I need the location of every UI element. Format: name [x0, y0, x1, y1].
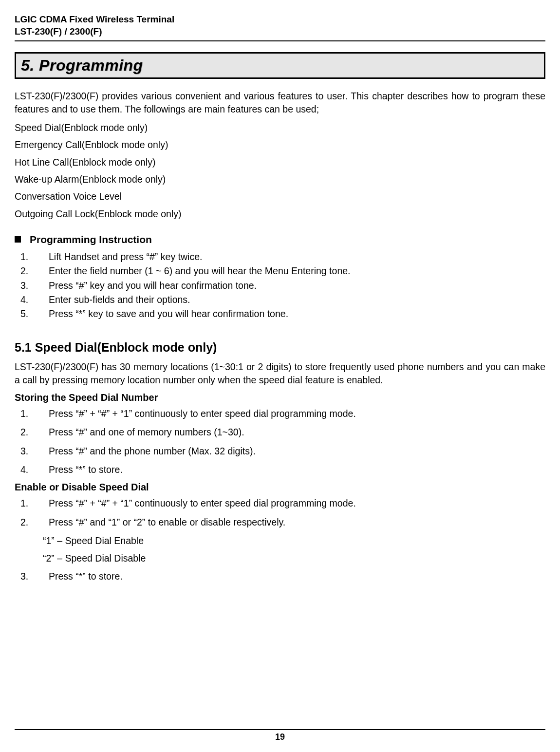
list-text: Press “*” to store.	[37, 463, 545, 476]
programming-instruction-heading-row: Programming Instruction	[15, 234, 545, 245]
list-number: 1.	[15, 497, 37, 509]
enable-disable-heading: Enable or Disable Speed Dial	[15, 482, 545, 493]
list-item: 1. Press “#” + “#” + “1” continuously to…	[15, 497, 545, 509]
intro-paragraph: LST-230(F)/2300(F) provides various conv…	[15, 90, 545, 115]
list-text: Press “#” and “1” or “2” to enable or di…	[37, 516, 545, 528]
section-title: 5. Programming	[21, 56, 539, 75]
list-text: Enter sub-fields and their options.	[37, 293, 545, 306]
list-number: 2.	[15, 264, 37, 277]
list-number: 4.	[15, 293, 37, 306]
storing-heading: Storing the Speed Dial Number	[15, 392, 545, 403]
feature-item: Hot Line Call(Enblock mode only)	[15, 156, 545, 169]
page-footer: 19	[15, 729, 545, 742]
list-item: 4. Press “*” to store.	[15, 463, 545, 476]
list-number: 5.	[15, 307, 37, 320]
section-5-1-intro: LST-230(F)/2300(F) has 30 memory locatio…	[15, 360, 545, 386]
list-text: Press “*” to store.	[37, 570, 545, 583]
list-number: 2.	[15, 516, 37, 528]
list-item: 2. Press “#” and one of memory numbers (…	[15, 426, 545, 438]
footer-rule	[15, 729, 545, 730]
enable-option-2: “2” – Speed Dial Disable	[15, 552, 545, 564]
doc-header: LGIC CDMA Fixed Wireless Terminal LST-23…	[15, 14, 545, 38]
list-text: Press “*” key to save and you will hear …	[37, 307, 545, 320]
list-number: 1.	[15, 407, 37, 420]
list-item: 2. Press “#” and “1” or “2” to enable or…	[15, 516, 545, 528]
header-line-1: LGIC CDMA Fixed Wireless Terminal	[15, 14, 545, 26]
feature-item: Outgoing Call Lock(Enblock mode only)	[15, 207, 545, 220]
section-5-1-heading: 5.1 Speed Dial(Enblock mode only)	[15, 340, 545, 355]
enable-option-1: “1” – Speed Dial Enable	[15, 534, 545, 547]
feature-item: Emergency Call(Enblock mode only)	[15, 138, 545, 151]
list-number: 3.	[15, 570, 37, 583]
square-bullet-icon	[15, 236, 21, 243]
list-text: Press “#” and the phone number (Max. 32 …	[37, 445, 545, 457]
feature-item: Conversation Voice Level	[15, 190, 545, 203]
list-item: 4. Enter sub-fields and their options.	[15, 293, 545, 306]
list-number: 4.	[15, 463, 37, 476]
list-number: 2.	[15, 426, 37, 438]
list-item: 1. Press “#” + “#” + “1” continuously to…	[15, 407, 545, 420]
list-text: Press “#” key and you will hear confirma…	[37, 279, 545, 292]
list-item: 3. Press “#” key and you will hear confi…	[15, 279, 545, 292]
page-number: 19	[15, 732, 545, 742]
list-number: 3.	[15, 445, 37, 457]
list-number: 1.	[15, 250, 37, 263]
feature-item: Speed Dial(Enblock mode only)	[15, 121, 545, 134]
list-item: 3. Press “#” and the phone number (Max. …	[15, 445, 545, 457]
list-item: 2. Enter the field number (1 ~ 6) and yo…	[15, 264, 545, 277]
header-rule	[15, 40, 545, 41]
list-text: Lift Handset and press “#” key twice.	[37, 250, 545, 263]
programming-instruction-heading: Programming Instruction	[30, 234, 152, 245]
list-text: Press “#” + “#” + “1” continuously to en…	[37, 407, 545, 420]
list-text: Press “#” + “#” + “1” continuously to en…	[37, 497, 545, 509]
section-title-box: 5. Programming	[15, 52, 545, 79]
list-item: 5. Press “*” key to save and you will he…	[15, 307, 545, 320]
list-number: 3.	[15, 279, 37, 292]
list-text: Press “#” and one of memory numbers (1~3…	[37, 426, 545, 438]
list-text: Enter the field number (1 ~ 6) and you w…	[37, 264, 545, 277]
list-item: 1. Lift Handset and press “#” key twice.	[15, 250, 545, 263]
list-item: 3. Press “*” to store.	[15, 570, 545, 583]
header-line-2: LST-230(F) / 2300(F)	[15, 26, 545, 38]
feature-item: Wake-up Alarm(Enblock mode only)	[15, 173, 545, 186]
